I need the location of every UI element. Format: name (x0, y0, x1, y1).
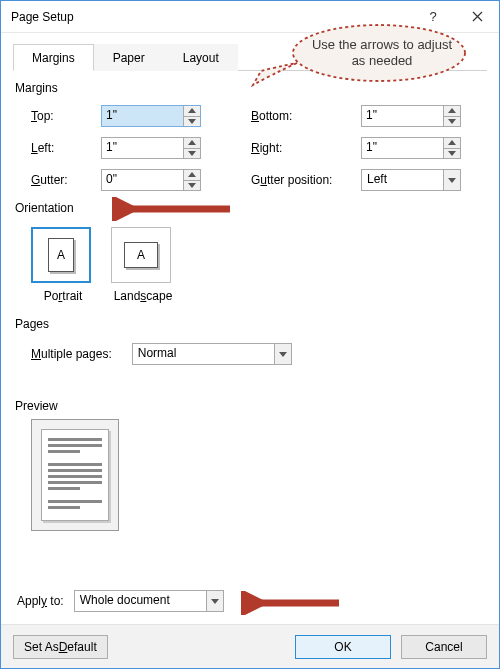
cancel-button[interactable]: Cancel (401, 635, 487, 659)
left-label: Left: (31, 141, 101, 155)
section-orientation-label: Orientation (15, 201, 487, 215)
bottom-label: Bottom: (251, 109, 361, 123)
right-spinner[interactable]: 1" (361, 137, 461, 159)
bottom-down[interactable] (444, 117, 460, 127)
chevron-up-icon (188, 140, 196, 145)
chevron-down-icon (188, 183, 196, 188)
tab-margins[interactable]: Margins (13, 44, 94, 71)
gutter-label: Gutter: (31, 173, 101, 187)
gutter-value[interactable]: 0" (102, 170, 183, 190)
window-title: Page Setup (11, 10, 411, 24)
top-down[interactable] (184, 117, 200, 127)
orientation-landscape[interactable]: A Landscape (111, 227, 175, 303)
apply-to-value: Whole document (75, 591, 206, 611)
portrait-label: Portrait (31, 289, 95, 303)
chevron-down-icon (188, 119, 196, 124)
orientation-portrait[interactable]: A Portrait (31, 227, 95, 303)
right-label: Right: (251, 141, 361, 155)
chevron-down-icon (448, 151, 456, 156)
gutter-up[interactable] (184, 170, 200, 181)
right-up[interactable] (444, 138, 460, 149)
gutter-pos-toggle[interactable] (443, 170, 460, 190)
gutter-spinner[interactable]: 0" (101, 169, 201, 191)
apply-to-label: Apply to: (17, 594, 64, 608)
portrait-box[interactable]: A (31, 227, 91, 283)
margins-grid: Top: 1" Bottom: 1" Left: 1" Right: 1" (13, 101, 487, 191)
tab-paper[interactable]: Paper (94, 44, 164, 71)
dialog-footer: Set As Default OK Cancel (1, 624, 499, 668)
multiple-pages-value: Normal (133, 344, 274, 364)
help-icon: ? (429, 9, 436, 24)
top-value[interactable]: 1" (102, 106, 183, 126)
gutter-down[interactable] (184, 181, 200, 191)
left-spinner[interactable]: 1" (101, 137, 201, 159)
chevron-up-icon (188, 172, 196, 177)
multiple-pages-toggle[interactable] (274, 344, 291, 364)
annotation-arrow-applyto (241, 591, 341, 615)
chevron-up-icon (188, 108, 196, 113)
landscape-page-icon: A (124, 242, 158, 268)
multiple-pages-label: Multiple pages: (31, 347, 112, 361)
right-value[interactable]: 1" (362, 138, 443, 158)
preview-box (31, 419, 119, 531)
landscape-box[interactable]: A (111, 227, 171, 283)
portrait-page-icon: A (48, 238, 74, 272)
multiple-pages-dropdown[interactable]: Normal (132, 343, 292, 365)
top-spinner[interactable]: 1" (101, 105, 201, 127)
apply-to-dropdown[interactable]: Whole document (74, 590, 224, 612)
close-icon (472, 11, 483, 22)
chevron-down-icon (448, 119, 456, 124)
right-down[interactable] (444, 149, 460, 159)
top-label: Top: (31, 109, 101, 123)
page-setup-dialog: Page Setup ? Margins Paper Layout Margin… (0, 0, 500, 669)
chevron-up-icon (448, 140, 456, 145)
top-up[interactable] (184, 106, 200, 117)
gutter-pos-label: Gutter position: (251, 173, 361, 187)
tab-layout[interactable]: Layout (164, 44, 238, 71)
chevron-up-icon (448, 108, 456, 113)
ok-button[interactable]: OK (295, 635, 391, 659)
section-pages-label: Pages (15, 317, 487, 331)
left-value[interactable]: 1" (102, 138, 183, 158)
annotation-arrow-orientation (112, 197, 232, 221)
left-down[interactable] (184, 149, 200, 159)
left-up[interactable] (184, 138, 200, 149)
annotation-callout: Use the arrows to adjust as needed (251, 23, 469, 81)
chevron-down-icon (279, 352, 287, 357)
gutter-pos-value: Left (362, 170, 443, 190)
set-default-button[interactable]: Set As Default (13, 635, 108, 659)
chevron-down-icon (188, 151, 196, 156)
bottom-up[interactable] (444, 106, 460, 117)
bottom-spinner[interactable]: 1" (361, 105, 461, 127)
section-preview-label: Preview (15, 399, 487, 413)
landscape-label: Landscape (111, 289, 175, 303)
apply-to-toggle[interactable] (206, 591, 223, 611)
chevron-down-icon (211, 599, 219, 604)
chevron-down-icon (448, 178, 456, 183)
callout-text: Use the arrows to adjust as needed (307, 37, 457, 70)
gutter-pos-dropdown[interactable]: Left (361, 169, 461, 191)
bottom-value[interactable]: 1" (362, 106, 443, 126)
preview-page-icon (41, 429, 109, 521)
